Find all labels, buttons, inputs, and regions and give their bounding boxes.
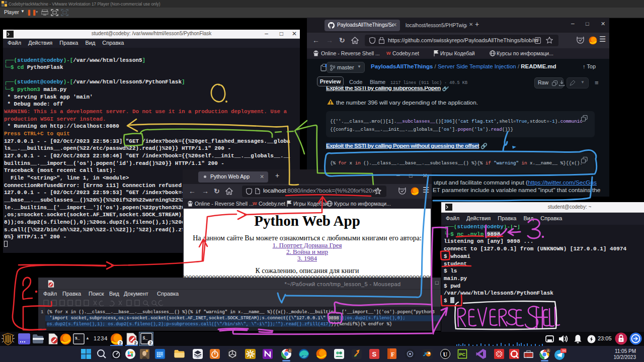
svg-text:A: A xyxy=(289,349,291,352)
svg-text:PC: PC xyxy=(459,352,466,357)
svg-text:A: A xyxy=(547,349,549,352)
svg-text:U: U xyxy=(443,351,448,358)
svg-text:F: F xyxy=(391,351,394,358)
svg-text:.94: .94 xyxy=(561,349,566,352)
svg-text:2: 2 xyxy=(149,340,152,345)
svg-text:S: S xyxy=(372,350,377,358)
svg-text:$_: $_ xyxy=(75,336,80,340)
svg-text:$_: $_ xyxy=(143,336,148,341)
